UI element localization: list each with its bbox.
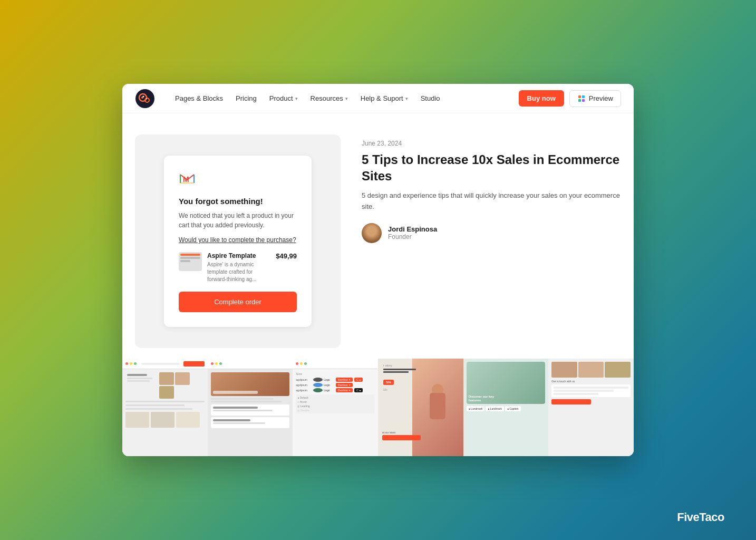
product-thumbnail [179, 252, 202, 271]
svg-rect-7 [582, 95, 585, 98]
screenshot-strip: Size agolpsum Logo Bamboo ✦ C ● [122, 359, 634, 456]
product-row: Aspire Template Aspire' is a dynamic tem… [179, 252, 297, 283]
svg-rect-6 [578, 95, 581, 98]
help-dropdown-arrow: ▾ [405, 96, 408, 101]
svg-rect-9 [582, 99, 585, 102]
browser-window: Pages & Blocks Pricing Product ▾ Resourc… [122, 84, 634, 456]
blog-section: June 23, 2024 5 Tips to Increase 10x Sal… [362, 134, 621, 243]
nav-pages-blocks[interactable]: Pages & Blocks [170, 91, 228, 105]
product-name: Aspire Template [207, 252, 270, 259]
blog-title: 5 Tips to Increase 10x Sales in Ecommerc… [362, 151, 621, 184]
product-description: Aspire' is a dynamic template crafted fo… [207, 261, 270, 283]
screenshot-6: Get in touch with us [548, 359, 634, 456]
author-row: Jordi Espinosa Founder [362, 223, 621, 243]
author-role: Founder [388, 233, 437, 240]
screenshot-2 [208, 359, 293, 456]
nav-pricing[interactable]: Pricing [230, 91, 262, 105]
preview-button[interactable]: Preview [569, 90, 621, 107]
nav-resources[interactable]: Resources ▾ [305, 91, 353, 105]
svg-point-4 [143, 95, 144, 97]
svg-point-5 [146, 98, 147, 99]
screenshot-4: r story 50% 10+ et our team [378, 359, 463, 456]
complete-purchase-link[interactable]: Would you like to complete the purchase? [179, 236, 297, 244]
email-card-title: You forgot something! [179, 197, 297, 206]
figma-icon [577, 94, 586, 103]
email-card: M You forgot something! We noticed that … [164, 156, 312, 327]
product-info: Aspire Template Aspire' is a dynamic tem… [207, 252, 270, 283]
nav-studio[interactable]: Studio [415, 91, 445, 105]
svg-rect-8 [578, 99, 581, 102]
blog-excerpt: 5 design and experience tips that will q… [362, 190, 621, 213]
top-section: M You forgot something! We noticed that … [135, 124, 621, 359]
email-card-wrapper: M You forgot something! We noticed that … [135, 134, 341, 348]
fivetaco-brand: FiveTaco [677, 510, 724, 524]
screenshot-3: Size agolpsum Logo Bamboo ✦ C ● [293, 359, 378, 456]
logo[interactable] [135, 89, 155, 109]
buy-now-button[interactable]: Buy now [519, 90, 564, 107]
nav-help-support[interactable]: Help & Suport ▾ [355, 91, 413, 105]
nav-menu: Pages & Blocks Pricing Product ▾ Resourc… [170, 91, 519, 105]
author-name: Jordi Espinosa [388, 225, 437, 233]
resources-dropdown-arrow: ▾ [345, 96, 348, 101]
screenshot-5: Discover our key features ● Landmark ● L… [463, 359, 549, 456]
navbar: Pages & Blocks Pricing Product ▾ Resourc… [122, 84, 634, 113]
logo-icon [135, 89, 155, 109]
main-content: M You forgot something! We noticed that … [122, 113, 634, 456]
email-card-body: We noticed that you left a product in yo… [179, 211, 297, 230]
nav-product[interactable]: Product ▾ [264, 91, 303, 105]
svg-text:M: M [183, 175, 189, 184]
author-info: Jordi Espinosa Founder [388, 225, 437, 240]
author-avatar [362, 223, 382, 243]
navbar-actions: Buy now Preview [519, 90, 621, 107]
blog-date: June 23, 2024 [362, 140, 621, 147]
product-dropdown-arrow: ▾ [295, 96, 298, 101]
product-price: $49,99 [276, 252, 297, 260]
screenshot-1 [122, 359, 208, 456]
gmail-icon: M [179, 170, 196, 187]
complete-order-button[interactable]: Complete order [179, 292, 297, 312]
